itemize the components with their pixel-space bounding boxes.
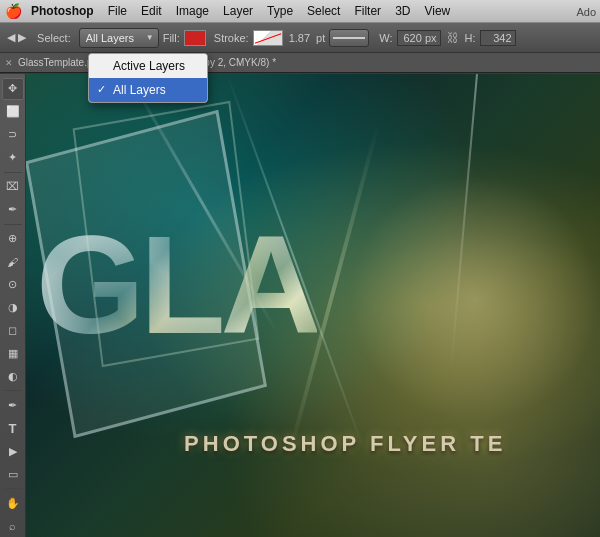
layer-dropdown[interactable]: All Layers ▼ [79,28,159,48]
stroke-size: 1.87 [287,32,312,44]
menu-layer[interactable]: Layer [216,3,260,19]
tool-gradient[interactable]: ▦ [2,342,24,364]
tool-divider-2 [4,224,22,225]
layer-option-active[interactable]: Active Layers [89,54,207,78]
menu-image[interactable]: Image [169,3,216,19]
glass-text-overlay: GLA [36,204,317,366]
width-value[interactable]: 620 px [397,30,441,46]
tool-crop[interactable]: ⌧ [2,176,24,198]
tool-lasso[interactable]: ⊃ [2,124,24,146]
tool-divider-4 [4,488,22,489]
tool-path-select[interactable]: ▶ [2,440,24,462]
menu-filter[interactable]: Filter [347,3,388,19]
tool-divider-1 [4,172,22,173]
menubar: 🍎 Photoshop File Edit Image Layer Type S… [0,0,600,23]
tool-type[interactable]: T [2,417,24,439]
toolbar: ◀ ▶ Select: All Layers ▼ Fill: Stroke: 1… [0,23,600,53]
tool-pen[interactable]: ✒ [2,394,24,416]
tool-marquee-rect[interactable]: ⬜ [2,101,24,123]
stroke-swatch[interactable] [253,30,283,46]
fill-swatch[interactable] [184,30,206,46]
stroke-line-preview [333,37,365,39]
layer-dropdown-value: All Layers [86,32,134,44]
menu-file[interactable]: File [101,3,134,19]
active-layers-label: Active Layers [113,59,185,73]
tool-clone[interactable]: ⊙ [2,274,24,296]
tool-history[interactable]: ◑ [2,297,24,319]
stroke-type-dropdown[interactable] [329,29,369,47]
glow-spot [350,174,600,424]
select-label: Select: [33,32,75,44]
tab-close-button[interactable]: ✕ [0,53,14,72]
canvas-subtitle: PHOTOSHOP FLYER TE [184,431,506,457]
chain-link-icon[interactable]: ⛓ [447,31,459,45]
tool-eraser[interactable]: ◻ [2,320,24,342]
menu-edit[interactable]: Edit [134,3,169,19]
fill-label: Fill: [163,32,180,44]
tool-shape[interactable]: ▭ [2,463,24,485]
canvas-area[interactable]: GLA GLA PHOTOSHOP FLYER TE [26,74,600,537]
ado-label: Ado [576,0,600,23]
tool-magic-wand[interactable]: ✦ [2,147,24,169]
layer-dropdown-popup: Active Layers ✓ All Layers [88,53,208,103]
tool-eyedropper[interactable]: ✒ [2,199,24,221]
toolbar-nav-arrows[interactable]: ◀ ▶ [4,29,29,46]
tool-brush[interactable]: 🖌 [2,251,24,273]
chevron-down-icon: ▼ [146,33,154,42]
menu-3d[interactable]: 3D [388,3,417,19]
all-layers-label: All Layers [113,83,166,97]
width-label: W: [379,32,392,44]
height-value[interactable]: 342 [480,30,516,46]
menu-view[interactable]: View [417,3,457,19]
app-name[interactable]: Photoshop [24,3,101,19]
tool-hand[interactable]: ✋ [2,492,24,514]
tool-move[interactable]: ✥ [2,78,24,100]
stroke-unit: pt [316,32,325,44]
canvas-image: GLA GLA PHOTOSHOP FLYER TE [26,74,600,537]
left-toolbox: ✥ ⬜ ⊃ ✦ ⌧ ✒ ⊕ 🖌 ⊙ ◑ ◻ ▦ ◐ ✒ T ▶ ▭ ✋ ⌕ [0,74,26,537]
layer-option-all[interactable]: ✓ All Layers [89,78,207,102]
tool-zoom[interactable]: ⌕ [2,515,24,537]
height-label: H: [465,32,476,44]
menu-select[interactable]: Select [300,3,347,19]
apple-menu[interactable]: 🍎 [4,0,22,22]
tool-heal[interactable]: ⊕ [2,228,24,250]
tool-dodge[interactable]: ◐ [2,365,24,387]
stroke-label: Stroke: [214,32,249,44]
checkmark-icon: ✓ [97,83,106,96]
tool-divider-3 [4,390,22,391]
menu-type[interactable]: Type [260,3,300,19]
